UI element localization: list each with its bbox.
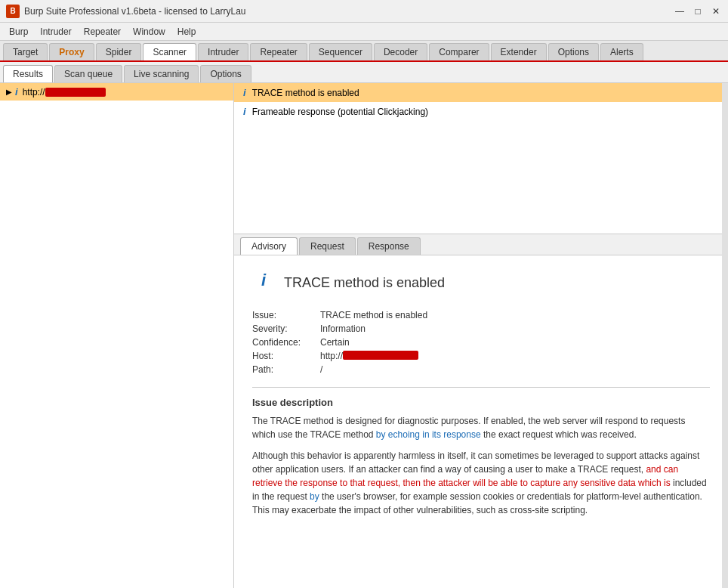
advisory-header: i TRACE method is enabled bbox=[252, 268, 710, 298]
tab-spider[interactable]: Spider bbox=[96, 43, 142, 60]
severity-label-key: Severity: bbox=[252, 323, 320, 334]
url-prefix: http:// bbox=[23, 87, 45, 97]
detail-row-confidence: Confidence: Certain bbox=[252, 337, 710, 348]
issue-row-trace[interactable]: i TRACE method is enabled bbox=[234, 83, 728, 102]
section-title: Issue description bbox=[252, 397, 710, 408]
host-redacted bbox=[343, 351, 418, 360]
menu-burp[interactable]: Burp bbox=[3, 25, 34, 39]
detail-row-severity: Severity: Information bbox=[252, 323, 710, 334]
adv-tab-request[interactable]: Request bbox=[299, 237, 356, 255]
adv-tab-response[interactable]: Response bbox=[357, 237, 421, 255]
subtab-options[interactable]: Options bbox=[200, 65, 251, 82]
subtab-results[interactable]: Results bbox=[3, 65, 53, 82]
title-text: Burp Suite Professional v1.6beta - licen… bbox=[24, 6, 674, 17]
menubar: Burp Intruder Repeater Window Help bbox=[0, 23, 728, 41]
sub-tab-bar: Results Scan queue Live scanning Options bbox=[0, 62, 728, 83]
maximize-button[interactable]: □ bbox=[692, 5, 704, 17]
window-controls: — □ ✕ bbox=[674, 5, 722, 17]
subtab-live-scanning[interactable]: Live scanning bbox=[124, 65, 199, 82]
advisory-title: TRACE method is enabled bbox=[284, 275, 445, 291]
host-label-key: Host: bbox=[252, 351, 320, 361]
tab-target[interactable]: Target bbox=[3, 43, 48, 60]
detail-row-issue: Issue: TRACE method is enabled bbox=[252, 310, 710, 320]
issue-label-1: TRACE method is enabled bbox=[252, 88, 359, 98]
content-area: ▶ i http:// i TRACE method is enabled i … bbox=[0, 83, 728, 588]
tree-arrow: ▶ bbox=[6, 88, 12, 96]
tree-item-host[interactable]: ▶ i http:// bbox=[0, 83, 233, 101]
tab-options[interactable]: Options bbox=[548, 43, 599, 60]
issue-row-clickjack[interactable]: i Frameable response (potential Clickjac… bbox=[234, 102, 728, 121]
right-panel: i TRACE method is enabled i Frameable re… bbox=[234, 83, 728, 588]
subtab-scan-queue[interactable]: Scan queue bbox=[54, 65, 122, 82]
tab-comparer[interactable]: Comparer bbox=[429, 43, 489, 60]
left-panel: ▶ i http:// bbox=[0, 83, 234, 588]
issue-list: i TRACE method is enabled i Frameable re… bbox=[234, 83, 728, 234]
host-prefix: http:// bbox=[320, 351, 343, 361]
minimize-button[interactable]: — bbox=[674, 5, 686, 17]
tab-extender[interactable]: Extender bbox=[491, 43, 547, 60]
adv-tab-advisory[interactable]: Advisory bbox=[240, 237, 298, 255]
tab-decoder[interactable]: Decoder bbox=[374, 43, 427, 60]
menu-help[interactable]: Help bbox=[171, 25, 202, 39]
app-icon: B bbox=[6, 5, 20, 18]
advisory-content: i TRACE method is enabled Issue: TRACE m… bbox=[234, 255, 728, 588]
advisory-large-icon: i bbox=[252, 268, 275, 298]
tab-sequencer[interactable]: Sequencer bbox=[309, 43, 372, 60]
issue-info-icon-2: i bbox=[243, 106, 246, 117]
advisory-tab-bar: Advisory Request Response bbox=[234, 234, 728, 255]
advisory-para1: The TRACE method is designed for diagnos… bbox=[252, 414, 710, 441]
main-tab-bar: Target Proxy Spider Scanner Intruder Rep… bbox=[0, 41, 728, 62]
severity-label-val: Information bbox=[320, 323, 366, 334]
path-label-key: Path: bbox=[252, 364, 320, 375]
url-redacted bbox=[45, 88, 106, 97]
detail-table: Issue: TRACE method is enabled Severity:… bbox=[252, 310, 710, 375]
path-label-val: / bbox=[320, 364, 322, 375]
detail-row-host: Host: http:// bbox=[252, 351, 710, 361]
tab-scanner[interactable]: Scanner bbox=[143, 43, 196, 60]
info-icon: i bbox=[15, 86, 18, 97]
confidence-label-key: Confidence: bbox=[252, 337, 320, 348]
advisory-para2: Although this behavior is apparently har… bbox=[252, 449, 710, 517]
tab-alerts[interactable]: Alerts bbox=[600, 43, 643, 60]
menu-intruder[interactable]: Intruder bbox=[34, 25, 77, 39]
confidence-label-val: Certain bbox=[320, 337, 350, 348]
issue-info-icon-1: i bbox=[243, 87, 246, 98]
detail-row-path: Path: / bbox=[252, 364, 710, 375]
issue-label-key: Issue: bbox=[252, 310, 320, 320]
divider bbox=[252, 387, 710, 388]
tab-intruder[interactable]: Intruder bbox=[198, 43, 248, 60]
tab-repeater[interactable]: Repeater bbox=[250, 43, 307, 60]
menu-window[interactable]: Window bbox=[127, 25, 171, 39]
tab-proxy[interactable]: Proxy bbox=[49, 43, 94, 60]
issue-label-2: Frameable response (potential Clickjacki… bbox=[252, 107, 428, 117]
titlebar: B Burp Suite Professional v1.6beta - lic… bbox=[0, 0, 728, 23]
scrollbar-track[interactable] bbox=[722, 83, 728, 588]
close-button[interactable]: ✕ bbox=[710, 5, 722, 17]
issue-label-val: TRACE method is enabled bbox=[320, 310, 427, 320]
menu-repeater[interactable]: Repeater bbox=[78, 25, 127, 39]
right-panel-wrapper: i TRACE method is enabled i Frameable re… bbox=[234, 83, 728, 588]
